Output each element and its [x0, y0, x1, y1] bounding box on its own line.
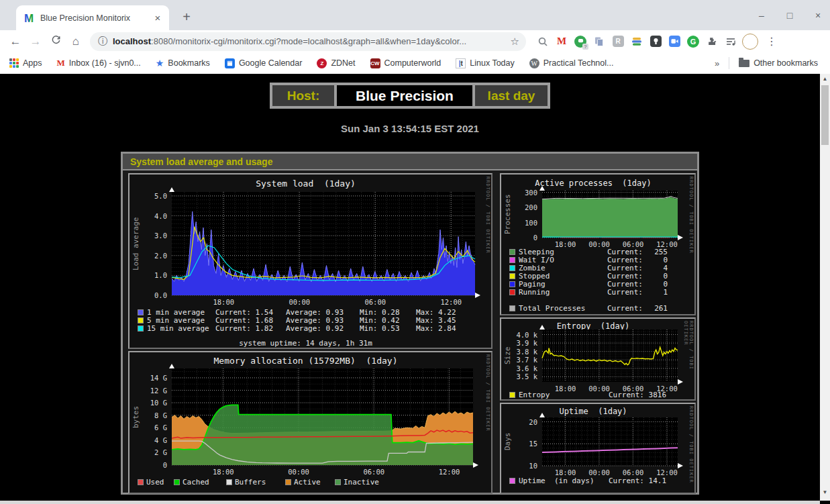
other-bookmarks-button[interactable]: Other bookmarks	[739, 58, 818, 68]
copy-pages-extension-icon[interactable]	[592, 34, 607, 49]
y-tick-label: 10	[501, 462, 537, 470]
gmail-extension-icon[interactable]: M	[554, 34, 569, 49]
legend-stat: Max: 2.84	[416, 324, 456, 333]
star-icon: ★	[156, 58, 164, 68]
uptime-graph-panel[interactable]: RRDTOOL / TOBI OETIKERUptime (1day)Days1…	[500, 403, 696, 494]
legend-swatch	[509, 305, 515, 311]
minimize-icon[interactable]: –	[756, 10, 767, 21]
apps-grid-icon	[9, 58, 19, 68]
x-tick-label: 18:00	[550, 240, 581, 248]
extensions-puzzle-icon[interactable]	[705, 34, 719, 49]
legend-series-label: Active	[294, 478, 321, 487]
memory-allocation-graph-panel[interactable]: RRDTOOL / TOBI OETIKERMemory allocation …	[128, 351, 492, 494]
bookmarks-divider	[729, 57, 729, 69]
y-tick-label: 3.9 k	[501, 339, 537, 347]
host-label: Host:	[271, 84, 335, 107]
bookmark-inbox[interactable]: M Inbox (16) - sjvn0...	[57, 58, 141, 68]
bookmarks-overflow-chevron[interactable]: »	[715, 58, 719, 68]
x-tick-label: 12:00	[435, 298, 466, 306]
y-tick-label: 6 G	[129, 423, 167, 432]
gmail-icon: M	[57, 58, 65, 68]
bookmark-bookmarks[interactable]: ★ Bookmarks	[156, 58, 210, 68]
x-tick-label: 12:00	[434, 468, 465, 476]
pocket-lamp-extension-icon[interactable]	[648, 34, 663, 49]
system-uptime-note: system uptime: 14 days, 1h 31m	[129, 339, 482, 348]
y-tick-label: 200	[501, 203, 537, 211]
y-tick-label: 3.0	[129, 232, 167, 240]
computerworld-icon: CW	[370, 58, 380, 68]
close-icon[interactable]: ×	[813, 10, 823, 21]
monitorix-page: Host: Blue Precision last day Sun Jan 3 …	[0, 74, 820, 504]
search-extension-icon[interactable]	[535, 34, 550, 49]
titlebar: M Blue Precision Monitorix × + – □ ×	[0, 0, 830, 30]
google-voice-extension-icon[interactable]: ?	[573, 34, 588, 49]
y-tick-label: 5.0	[129, 192, 167, 200]
legend-series-label: Entropy	[519, 391, 550, 399]
active-processes-graph-panel[interactable]: RRDTOOL / TOBI OETIKERActive processes (…	[500, 173, 696, 315]
y-tick-label: 0.0	[129, 291, 167, 299]
y-tick-label: 15	[501, 440, 537, 448]
system-load-graph-panel[interactable]: RRDTOOL / TOBI OETIKERSystem load (1day)…	[128, 173, 492, 349]
y-tick-label: 3.5 k	[501, 372, 537, 381]
y-tick-label: 20	[501, 418, 537, 426]
bookmark-star-icon[interactable]: ☆	[511, 36, 519, 48]
y-tick-label: 2 G	[129, 448, 167, 456]
x-tick-label: 18:00	[550, 468, 581, 476]
bookmark-google-calendar[interactable]: Google Calendar	[225, 58, 303, 68]
x-tick-label: 12:00	[652, 468, 682, 476]
rrdtool-watermark: RRDTOOL / TOBI OETIKER	[485, 177, 490, 346]
bookmark-computerworld[interactable]: CW Computerworld	[370, 58, 442, 68]
y-tick-label: 10 G	[129, 399, 167, 407]
rrdtool-watermark: RRDTOOL / TOBI OETIKER	[688, 406, 694, 491]
reload-button[interactable]	[46, 35, 66, 48]
page-info-icon[interactable]: ⓘ	[98, 36, 107, 48]
legend-swatch	[138, 325, 144, 332]
legend-series-label: Cached	[183, 478, 209, 487]
legend-swatch	[509, 478, 515, 484]
legend-swatch	[174, 479, 180, 485]
legend-series-label: Used	[146, 478, 164, 487]
bookmark-apps[interactable]: Apps	[9, 58, 42, 68]
back-button[interactable]: ←	[5, 35, 25, 48]
video-meet-extension-icon[interactable]	[667, 34, 682, 49]
legend-swatch	[509, 281, 515, 287]
x-tick-label: 00:00	[284, 298, 315, 306]
scrollbar-thumb[interactable]	[821, 85, 829, 145]
legend-swatch	[509, 265, 515, 271]
new-tab-button[interactable]: +	[177, 8, 196, 27]
system-load-section: System load average and usage RRDTOOL / …	[121, 152, 699, 495]
url-bar[interactable]: ⓘ localhost:8080/monitorix-cgi/monitorix…	[90, 32, 526, 51]
scrollbar-down-icon[interactable]: ▼	[820, 487, 830, 497]
forward-button[interactable]: →	[25, 35, 46, 48]
bookmark-practical-technology[interactable]: W Practical Technol...	[529, 58, 614, 68]
chart-title: Memory allocation (15792MB) (1day)	[129, 356, 482, 366]
legend-swatch	[335, 479, 341, 485]
y-tick-label: 3.6 k	[501, 364, 537, 372]
page-scrollbar[interactable]: ▲ ▼	[820, 74, 830, 501]
entropy-graph-panel[interactable]: RRDTOOL / TOBI OETIKEREntropy (1day)Size…	[500, 317, 696, 401]
r-extension-icon[interactable]: R	[611, 34, 625, 49]
legend-series-label: Buffers	[235, 478, 266, 487]
maximize-icon[interactable]: □	[784, 10, 795, 21]
report-datetime: Sun Jan 3 13:54:15 EST 2021	[0, 123, 820, 134]
y-tick-label: 14 G	[129, 374, 167, 382]
scrollbar-up-icon[interactable]: ▲	[820, 74, 830, 84]
browser-menu-icon[interactable]: ⋮	[765, 35, 778, 48]
tab-close-icon[interactable]: ×	[152, 12, 164, 23]
y-tick-label: 0	[129, 461, 167, 469]
bookmark-zdnet[interactable]: Z ZDNet	[317, 58, 355, 68]
legend-stat: Current: 1.82	[215, 324, 273, 333]
grammarly-extension-icon[interactable]: G	[686, 34, 701, 49]
tab-blue-precision-monitorix[interactable]: M Blue Precision Monitorix ×	[16, 5, 169, 30]
home-button[interactable]: ⌂	[66, 35, 86, 48]
extension-row: M ? R G	[535, 34, 778, 50]
x-tick-label: 06:00	[360, 298, 391, 306]
bookmark-linux-today[interactable]: |t Linux Today	[456, 58, 515, 68]
y-tick-label: 12 G	[129, 387, 167, 395]
profile-avatar[interactable]	[742, 34, 758, 50]
y-tick-label: 4.0 k	[501, 331, 537, 339]
url-text[interactable]: localhost:8080/monitorix-cgi/monitorix.c…	[113, 36, 511, 46]
media-queue-extension-icon[interactable]	[723, 34, 738, 49]
library-books-extension-icon[interactable]	[629, 34, 644, 49]
legend-stat: Average: 0.92	[286, 324, 344, 333]
